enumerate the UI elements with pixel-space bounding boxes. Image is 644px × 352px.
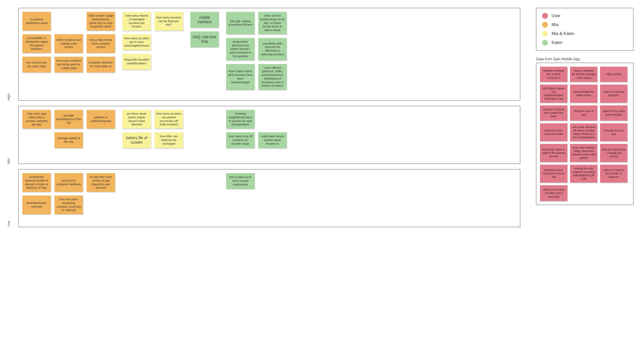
high-kalen-col: side gig: making processes efficient whe…	[226, 12, 287, 90]
side-panel-title: Data from Spin Mobile App	[536, 57, 633, 61]
high-mia-col: is parking distribution equal daily scoo…	[22, 12, 115, 72]
sticky-note[interactable]: barcode scan to pay	[600, 123, 627, 141]
sticky-note[interactable]: report a problem for scooter damage / mi…	[570, 67, 597, 82]
sticky-note[interactable]: preliminary test: tutorial for how to us…	[540, 165, 567, 183]
priority-label-high: High	[7, 94, 11, 101]
low-gap2-col	[190, 173, 219, 189]
priority-box-low: comparison between profits of amount of …	[18, 169, 520, 227]
sticky-note[interactable]: patterns in acidents/injuries	[87, 110, 115, 129]
sticky-note[interactable]: accessibility: is distribution equal thr…	[22, 34, 51, 53]
sticky-note[interactable]: on avg how much money do ppl deposit to …	[87, 173, 115, 192]
swatch-both	[542, 31, 548, 37]
priority-section-low: Low comparison between profits of amount…	[11, 169, 520, 227]
user-data-grid: location of where the scooter currently …	[540, 67, 630, 201]
priority-box-high: is parking distribution equal daily scoo…	[18, 8, 520, 101]
mid-kalen-col: knowing weight/dimensions of scooter for…	[226, 110, 287, 148]
sticky-note[interactable]: mobile interface	[190, 12, 219, 28]
sticky-note[interactable]: how many drop off locations for scooter …	[226, 132, 255, 148]
sticky-note[interactable]: incentivize with bonuses for efficiency …	[258, 38, 287, 60]
legend-label: Mia & Kalen	[552, 31, 574, 36]
sticky-note[interactable]: which locations are making more money	[55, 34, 83, 53]
sticky-note[interactable]: tells you base price + charge per minute	[600, 144, 627, 162]
priority-label-mid: Mid	[7, 158, 11, 164]
sticky-note[interactable]: shows how many scooters are in your area	[540, 185, 567, 201]
sticky-note[interactable]: speed limited for select areas	[570, 85, 597, 103]
sticky-note[interactable]: when are the busiest times of the day: s…	[258, 12, 287, 34]
sticky-note[interactable]: notify kalen where closest repair locati…	[258, 132, 287, 148]
sticky-note[interactable]: side gig: making processes efficient	[226, 12, 255, 34]
sticky-note[interactable]: account for customer feedback	[55, 173, 83, 192]
side-panel: Data from Spin Mobile App location of wh…	[536, 57, 633, 205]
mid-both-col: are there areas where supply doesn't mee…	[122, 110, 183, 148]
sticky-note[interactable]: how are users accessing scooters: scanni…	[55, 195, 83, 214]
sticky-note[interactable]: how many scooters are being used on a da…	[55, 57, 83, 72]
right-column: User Mia Mia & Kalen Kalen Data from Spi…	[536, 8, 633, 205]
priority-label-low: Low	[7, 221, 11, 227]
sticky-note[interactable]: how often can batteries be recharged	[155, 132, 183, 148]
sticky-note[interactable]: are there areas where supply doesn't mee…	[122, 110, 151, 129]
sticky-note[interactable]: distance to the nearest scooter	[540, 123, 567, 141]
sticky-note[interactable]: how many reports of damaged scooters per…	[122, 12, 151, 31]
legend-row-both: Mia & Kalen	[542, 31, 627, 37]
swatch-kalen	[542, 40, 548, 46]
mid-mia-col: how many avg rides does a scooter comple…	[22, 110, 115, 148]
low-kalen-col: time it takes to fix each scooter malfun…	[226, 173, 287, 189]
high-kalen-left-col: mobile interface FAQ: real time help	[190, 12, 219, 47]
sticky-note[interactable]: how many scooters can be fixed per day?	[155, 12, 183, 31]
sticky-note[interactable]: FAQ: real time help	[190, 31, 219, 47]
sticky-note[interactable]: daily scooter usage metrics/trends. (wha…	[87, 12, 115, 31]
sticky-note[interactable]: time it takes to fix each scooter malfun…	[226, 173, 255, 189]
sticky-note[interactable]: heavy data needs more complex screen	[87, 34, 115, 53]
swatch-user	[542, 13, 548, 19]
legend-label: Kalen	[552, 40, 562, 45]
sticky-note[interactable]: input: Kalen marks what scooters have be…	[226, 64, 255, 90]
sticky-note[interactable]: when user finishes riding: document park…	[570, 144, 597, 162]
sticky-note[interactable]: "most efficient [distance, traffic, acci…	[258, 64, 287, 90]
sticky-note[interactable]: average speed of the ride	[55, 132, 83, 148]
sticky-note[interactable]: frequently travelled areas/locations	[122, 54, 151, 70]
sticky-note[interactable]: option to reserve the scooter in advance	[600, 165, 627, 183]
sticky-note[interactable]: advertisements: referrals	[22, 195, 51, 214]
sticky-note[interactable]: average time/distance of the trip	[55, 110, 83, 129]
sticky-note[interactable]: option to preload payment	[600, 85, 627, 103]
sticky-note[interactable]: knowing weight/dimensions of scooter for…	[226, 110, 255, 129]
sticky-note[interactable]: how long it takes to walk to the nearest…	[540, 144, 567, 162]
sticky-note[interactable]: location of where the scooter currently …	[540, 67, 567, 82]
canvas: High is parking distribution equal daily…	[11, 8, 633, 227]
sticky-note[interactable]: FAQ section	[600, 67, 627, 82]
sticky-note[interactable]: progressive disclosure for easier access…	[226, 38, 255, 60]
sticky-note[interactable]: battery life of scooter	[122, 132, 151, 148]
sticky-note[interactable]: computer interface: for more data viz	[87, 57, 115, 72]
sticky-note[interactable]: how many scooters are parked incorrectly…	[155, 110, 183, 129]
legend-row-kalen: Kalen	[542, 40, 627, 46]
sticky-note[interactable]: is parking distribution equal	[22, 12, 51, 31]
legend-label: User	[552, 13, 561, 18]
sticky-note[interactable]: option to buy pass (save money)	[600, 105, 627, 121]
sticky-note[interactable]: how many avg rides does a scooter comple…	[22, 110, 51, 129]
high-both-col: how many reports of damaged scooters per…	[122, 12, 183, 70]
swatch-mia	[542, 22, 548, 28]
sticky-note[interactable]: location of where the scooter has been	[540, 105, 567, 121]
priority-box-mid: how many avg rides does a scooter comple…	[18, 106, 520, 164]
legend-box: User Mia Mia & Kalen Kalen	[536, 8, 633, 51]
sticky-note[interactable]: barcode scan to pay	[570, 105, 597, 121]
sticky-note[interactable]: turn around rate (do users stay)	[22, 57, 51, 72]
side-panel-box: location of where the scooter currently …	[536, 63, 633, 205]
legend-label: Mia	[552, 22, 558, 27]
low-mia-col: comparison between profits of amount of …	[22, 173, 115, 214]
priority-section-high: High is parking distribution equal daily…	[11, 8, 520, 101]
sticky-note[interactable]: how many scooters are in each area/neigh…	[122, 34, 151, 50]
sticky-note[interactable]: starting the ride requires scanning indi…	[570, 165, 597, 183]
legend-row-user: User	[542, 13, 627, 19]
sticky-note[interactable]: comparison between profits of amount of …	[22, 173, 51, 192]
low-gap1-col	[122, 173, 183, 189]
sticky-note[interactable]: ride history: where you started/stopped,…	[540, 85, 567, 103]
mid-gap-col	[190, 110, 219, 126]
legend-row-mia: Mia	[542, 22, 627, 28]
sticky-note[interactable]: red zones: blocked off areas (usually bu…	[570, 123, 597, 141]
priority-section-mid: Mid how many avg rides does a scooter co…	[11, 106, 520, 164]
priority-column: High is parking distribution equal daily…	[11, 8, 520, 227]
